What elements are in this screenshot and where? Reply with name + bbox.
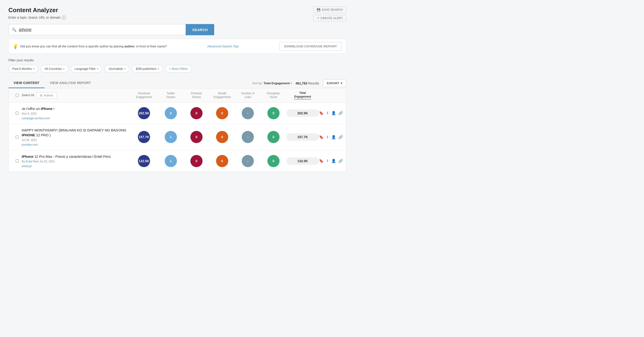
- alert-icon: ↗: [317, 16, 320, 20]
- row-actions: 🔖 ⬆ 👤 🔗: [319, 135, 342, 139]
- row-actions: 🔖 ⬆ 👤 🔗: [319, 159, 342, 163]
- link-icon[interactable]: 🔗: [338, 159, 343, 163]
- article-title: HAPPY MONTHSARY! (BINILHAN KO SI DAPANEY…: [22, 128, 130, 138]
- article-date: Nov 5, 2021: [22, 112, 130, 115]
- total-engagement-cell: 132.5K: [286, 157, 319, 165]
- filter-b2b-publishers[interactable]: B2B publishers ▾: [132, 65, 163, 72]
- tabs-row: VIEW CONTENT VIEW ANALYSIS REPORT Sort b…: [8, 78, 346, 88]
- page-title: Content Analyzer: [8, 6, 346, 14]
- article-date: Jul 25, 2021: [22, 138, 130, 142]
- content-table: Select All ⊞ Actions Facebook Engagement…: [8, 88, 346, 172]
- users-icon[interactable]: 👤: [331, 159, 336, 163]
- results-controls: Sort by: Total Engagement ▾ 461,783 Resu…: [252, 79, 346, 87]
- facebook-engagement-cell: 132.5K: [130, 155, 158, 167]
- bookmark-icon[interactable]: 🔖: [319, 111, 324, 115]
- pinterest-circle: 0: [190, 131, 202, 143]
- th-pinterest: Pinterest Shares: [184, 92, 209, 99]
- chevron-down-icon: ▾: [33, 68, 34, 70]
- chevron-down-icon: ▾: [124, 68, 126, 70]
- twitter-shares-cell: 1: [158, 155, 184, 167]
- search-icon: 🔍: [12, 28, 16, 32]
- link-icon[interactable]: 🔗: [338, 111, 343, 115]
- article-info: Je t'offre un iPhone ! Nov 5, 2021 campa…: [22, 106, 130, 120]
- links-circle: -: [242, 155, 254, 167]
- tip-bar: 💡 Did you know you can find all the cont…: [8, 39, 346, 54]
- row-checkbox[interactable]: [16, 112, 19, 114]
- filter-label: Filter your results:: [8, 58, 346, 62]
- pinterest-shares-cell: 0: [184, 155, 209, 167]
- export-button[interactable]: EXPORT ▾: [323, 79, 346, 87]
- total-badge: 202.5K: [286, 110, 319, 117]
- filter-countries[interactable]: All Countries ▾: [40, 65, 68, 72]
- total-badge: 157.7K: [286, 133, 319, 141]
- create-alert-button[interactable]: ↗ CREATE ALERT: [313, 15, 346, 22]
- filter-journalists[interactable]: Journalists ▾: [104, 65, 130, 72]
- share-icon[interactable]: ⬆: [326, 159, 329, 163]
- tabs: VIEW CONTENT VIEW ANALYSIS REPORT: [8, 78, 96, 88]
- links-cell: -: [235, 107, 261, 119]
- row-checkbox[interactable]: [16, 160, 19, 162]
- search-box: 🔍: [8, 24, 186, 35]
- row-checkbox-cell: [12, 112, 22, 114]
- search-input[interactable]: [19, 27, 182, 32]
- article-author-link[interactable]: Entel Perú: [26, 160, 39, 163]
- twitter-circle: 0: [165, 107, 177, 119]
- users-icon[interactable]: 👤: [331, 135, 336, 139]
- pinterest-shares-cell: 0: [184, 107, 209, 119]
- twitter-shares-cell: 0: [158, 107, 184, 119]
- row-checkbox-cell: [12, 160, 22, 162]
- row-actions: 🔖 ⬆ 👤 🔗: [319, 111, 342, 115]
- chevron-down-icon: ▾: [158, 68, 159, 70]
- share-icon[interactable]: ⬆: [326, 111, 329, 115]
- article-domain[interactable]: youtube.com: [22, 143, 38, 146]
- search-row: 🔍 SEARCH: [8, 24, 346, 35]
- chevron-down-icon: ▾: [97, 68, 98, 70]
- bookmark-icon[interactable]: 🔖: [319, 159, 324, 163]
- total-engagement-cell: 157.7K: [286, 133, 319, 141]
- select-all-checkbox[interactable]: [16, 94, 19, 97]
- bookmark-icon[interactable]: 🔖: [319, 135, 324, 139]
- th-article: Select All ⊞ Actions: [22, 92, 130, 99]
- advanced-search-tips-link[interactable]: Advanced Search Tips: [208, 44, 239, 48]
- evergreen-circle: 0: [268, 107, 280, 119]
- article-info: HAPPY MONTHSARY! (BINILHAN KO SI DAPANEY…: [22, 128, 130, 146]
- evergreen-cell: 0: [261, 107, 286, 119]
- filter-time-period[interactable]: Past 6 Months ▾: [8, 65, 38, 72]
- article-title: Je t'offre un iPhone !: [22, 106, 130, 111]
- sort-select[interactable]: Sort by: Total Engagement ▾: [252, 82, 292, 85]
- article-domain[interactable]: entel.pe: [22, 164, 32, 168]
- article-author-date: By Entel Perú Jul 25, 2021: [22, 160, 130, 163]
- row-checkbox[interactable]: [16, 136, 19, 139]
- reddit-circle: 0: [216, 107, 228, 119]
- save-search-button[interactable]: 💾 SAVE SEARCH: [313, 6, 346, 13]
- top-actions: 💾 SAVE SEARCH ↗ CREATE ALERT: [313, 6, 346, 22]
- link-icon[interactable]: 🔗: [338, 135, 343, 139]
- share-icon[interactable]: ⬆: [326, 135, 329, 139]
- grid-icon: ⊞: [40, 94, 42, 97]
- pinterest-circle: 0: [190, 155, 202, 167]
- lightbulb-icon: 💡: [13, 44, 18, 49]
- article-title: iPhone 12 Pro Max - Precio y característ…: [22, 154, 130, 159]
- tab-view-analysis[interactable]: VIEW ANALYSIS REPORT: [44, 78, 96, 88]
- article-info: iPhone 12 Pro Max - Precio y característ…: [22, 154, 130, 168]
- article-domain[interactable]: campaign-archive.com: [22, 117, 50, 120]
- links-circle: -: [242, 107, 254, 119]
- evergreen-cell: 0: [261, 131, 286, 143]
- download-coverage-report-button[interactable]: DOWNLOAD COVERAGE REPORT: [279, 42, 342, 51]
- filter-language[interactable]: Language Filter ▾: [71, 65, 102, 72]
- table-row: iPhone 12 Pro Max - Precio y característ…: [9, 150, 346, 172]
- evergreen-circle: 0: [268, 131, 280, 143]
- search-button[interactable]: SEARCH: [186, 24, 214, 35]
- tab-view-content[interactable]: VIEW CONTENT: [8, 78, 44, 88]
- users-icon[interactable]: 👤: [331, 111, 336, 115]
- total-engagement-cell: 202.5K: [286, 110, 319, 117]
- table-row: HAPPY MONTHSARY! (BINILHAN KO SI DAPANEY…: [9, 124, 346, 150]
- th-twitter: Twitter Shares: [158, 92, 184, 99]
- reddit-circle: 0: [216, 131, 228, 143]
- chevron-down-icon: ▾: [290, 82, 292, 84]
- info-icon[interactable]: i: [62, 16, 66, 19]
- table-row: Je t'offre un iPhone ! Nov 5, 2021 campa…: [9, 102, 346, 124]
- facebook-circle: 202.5K: [138, 107, 150, 119]
- actions-button[interactable]: ⊞ Actions: [36, 92, 56, 99]
- more-filters-button[interactable]: + More Filters: [165, 65, 192, 72]
